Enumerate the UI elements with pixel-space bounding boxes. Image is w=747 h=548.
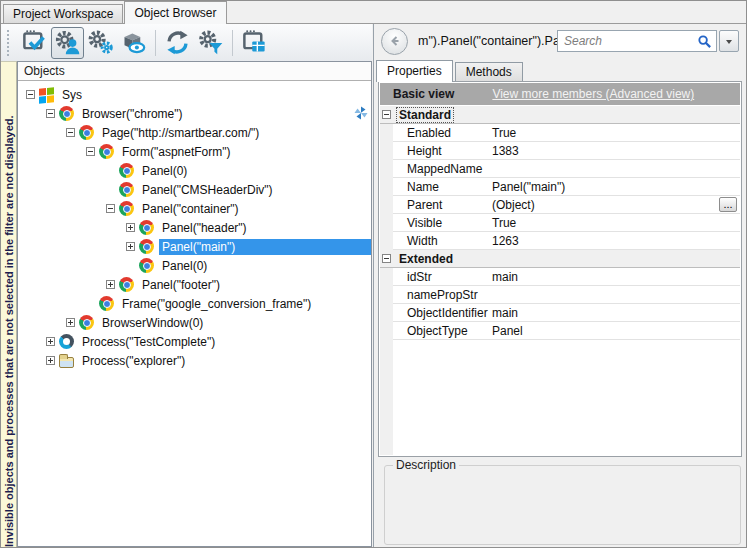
tab-project-workspace[interactable]: Project Workspace bbox=[3, 4, 123, 23]
object-properties-button[interactable] bbox=[84, 27, 117, 59]
filter-button[interactable] bbox=[194, 27, 227, 59]
expand-icon[interactable] bbox=[46, 356, 55, 365]
object-spy-button[interactable] bbox=[51, 27, 84, 59]
property-name: MappedName bbox=[393, 162, 492, 176]
tree-item-label: Panel("container") bbox=[139, 201, 371, 217]
property-name: ObjectIdentifier bbox=[393, 306, 492, 320]
tree-item[interactable]: Panel("footer") bbox=[18, 275, 371, 294]
property-value: main bbox=[492, 306, 740, 320]
property-row[interactable]: EnabledTrue bbox=[393, 124, 740, 142]
tab-properties[interactable]: Properties bbox=[376, 60, 453, 82]
collapse-icon[interactable] bbox=[66, 128, 75, 137]
tree-item-label: Browser("chrome") bbox=[79, 106, 371, 122]
tree-item[interactable]: Panel("container") bbox=[18, 199, 371, 218]
property-grid-body: StandardEnabledTrueHeight1383MappedNameN… bbox=[380, 106, 740, 455]
toolbar-separator bbox=[232, 30, 233, 56]
property-row[interactable]: Height1383 bbox=[393, 142, 740, 160]
toolbar-separator bbox=[155, 30, 156, 56]
expand-icon[interactable] bbox=[46, 337, 55, 346]
property-row[interactable]: NamePanel("main") bbox=[393, 178, 740, 196]
expand-icon[interactable] bbox=[126, 223, 135, 232]
advanced-view-link[interactable]: View more members (Advanced view) bbox=[492, 87, 694, 101]
description-group: Description bbox=[384, 465, 741, 545]
property-row[interactable]: MappedName bbox=[393, 160, 740, 178]
chrome-icon bbox=[79, 315, 94, 330]
highlight-object-button[interactable] bbox=[117, 27, 150, 59]
tab-object-browser[interactable]: Object Browser bbox=[124, 1, 226, 24]
expand-icon[interactable] bbox=[66, 318, 75, 327]
toolbar-grip[interactable] bbox=[7, 30, 11, 56]
property-group-header[interactable]: Extended bbox=[380, 250, 740, 268]
tree-item-label: Page("http://smartbear.com/") bbox=[99, 125, 371, 141]
objects-panel: Objects SysBrowser("chrome")Page("http:/… bbox=[17, 61, 372, 547]
search-input[interactable] bbox=[557, 30, 717, 52]
tree-item[interactable]: Process("explorer") bbox=[18, 351, 371, 370]
object-tree: SysBrowser("chrome")Page("http://smartbe… bbox=[18, 82, 371, 546]
property-name: Parent bbox=[393, 198, 492, 212]
chrome-icon bbox=[119, 163, 134, 178]
chrome-icon bbox=[119, 277, 134, 292]
property-group-header[interactable]: Standard bbox=[380, 106, 740, 124]
property-value: 1383 bbox=[492, 144, 740, 158]
collapse-icon[interactable] bbox=[106, 204, 115, 213]
tree-item[interactable]: Process("TestComplete") bbox=[18, 332, 371, 351]
tree-item[interactable]: BrowserWindow(0) bbox=[18, 313, 371, 332]
collapse-icon[interactable] bbox=[86, 147, 95, 156]
chrome-icon bbox=[99, 296, 114, 311]
tree-item-label: Panel("main") bbox=[159, 239, 371, 255]
tree-item-label: Sys bbox=[59, 87, 371, 103]
gear-person-icon bbox=[54, 29, 81, 56]
collapse-icon[interactable] bbox=[382, 110, 391, 119]
tab-methods[interactable]: Methods bbox=[455, 62, 523, 81]
tree-item[interactable]: Sys bbox=[18, 85, 371, 104]
tree-item[interactable]: Frame("google_conversion_frame") bbox=[18, 294, 371, 313]
window-check-icon bbox=[21, 29, 48, 56]
tree-item[interactable]: Form("aspnetForm") bbox=[18, 142, 371, 161]
breadcrumb-row: m").Panel("container").Panel("main") bbox=[374, 24, 746, 58]
group-name: Extended bbox=[397, 252, 455, 266]
expand-icon[interactable] bbox=[126, 242, 135, 251]
tree-item[interactable]: Panel("CMSHeaderDiv") bbox=[18, 180, 371, 199]
refresh-button[interactable] bbox=[161, 27, 194, 59]
property-row[interactable]: Parent(Object)... bbox=[393, 196, 740, 214]
tree-item-label: BrowserWindow(0) bbox=[99, 315, 371, 331]
object-path: m").Panel("container").Panel("main") bbox=[418, 34, 557, 48]
tree-item[interactable]: Panel("main") bbox=[18, 237, 371, 256]
property-name: Width bbox=[393, 234, 492, 248]
tab-label: Properties bbox=[387, 64, 442, 78]
expand-icon[interactable] bbox=[106, 280, 115, 289]
tree-item[interactable]: Page("http://smartbear.com/") bbox=[18, 123, 371, 142]
tree-item-label: Panel(0) bbox=[159, 258, 371, 274]
group-name: Standard bbox=[397, 108, 453, 122]
back-arrow-icon bbox=[387, 33, 403, 49]
workspace-tab-bar: Project Workspace Object Browser bbox=[1, 1, 746, 24]
property-name: idStr bbox=[393, 270, 492, 284]
property-rows: StandardEnabledTrueHeight1383MappedNameN… bbox=[380, 106, 740, 340]
property-row[interactable]: Width1263 bbox=[393, 232, 740, 250]
collapse-icon[interactable] bbox=[382, 254, 391, 263]
tree-item[interactable]: Panel("header") bbox=[18, 218, 371, 237]
panel-layout-button[interactable] bbox=[238, 27, 271, 59]
tree-item[interactable]: Panel(0) bbox=[18, 256, 371, 275]
search-options-dropdown[interactable] bbox=[719, 30, 739, 52]
objects-panel-header: Objects bbox=[18, 62, 371, 81]
cube-eye-icon bbox=[120, 29, 147, 56]
collapse-icon[interactable] bbox=[46, 109, 55, 118]
property-row[interactable]: VisibleTrue bbox=[393, 214, 740, 232]
property-row[interactable]: idStrmain bbox=[393, 268, 740, 286]
search-icon[interactable] bbox=[697, 34, 712, 49]
property-value: Panel bbox=[492, 324, 740, 338]
collapse-icon[interactable] bbox=[26, 90, 35, 99]
property-name: ObjectType bbox=[393, 324, 492, 338]
chrome-icon bbox=[139, 239, 154, 254]
tree-item-label: Panel("footer") bbox=[139, 277, 371, 293]
property-row[interactable]: namePropStr bbox=[393, 286, 740, 304]
property-row[interactable]: ObjectTypePanel bbox=[393, 322, 740, 340]
tree-item[interactable]: Browser("chrome") bbox=[18, 104, 371, 123]
back-button[interactable] bbox=[381, 28, 408, 55]
tree-item[interactable]: Panel(0) bbox=[18, 161, 371, 180]
select-objects-button[interactable] bbox=[18, 27, 51, 59]
ellipsis-button[interactable]: ... bbox=[719, 197, 737, 212]
property-row[interactable]: ObjectIdentifiermain bbox=[393, 304, 740, 322]
testcomplete-icon bbox=[59, 334, 74, 349]
